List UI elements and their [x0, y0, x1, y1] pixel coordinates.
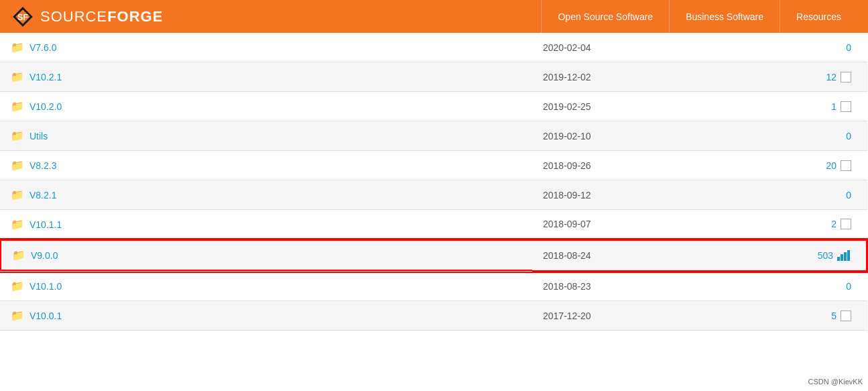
checkbox-placeholder[interactable]	[841, 311, 851, 321]
folder-icon: 📁	[11, 280, 24, 292]
count-value[interactable]: 2	[831, 219, 836, 229]
folder-icon: 📁	[11, 188, 24, 201]
name-cell: 📁V10.1.0	[0, 272, 532, 300]
file-link[interactable]: V8.2.1	[29, 190, 56, 201]
count-cell: 0	[733, 272, 867, 301]
name-cell: 📁V9.0.0	[0, 239, 532, 271]
count-value[interactable]: 5	[831, 311, 836, 321]
count-cell: 20	[733, 151, 867, 180]
count-cell: 503	[733, 239, 867, 272]
count-value: 0	[846, 131, 851, 142]
name-cell: 📁Utils	[0, 121, 532, 150]
count-value: 0	[846, 281, 851, 292]
date-cell: 2018-08-23	[532, 272, 733, 301]
date-cell: 2019-02-25	[532, 92, 733, 121]
folder-icon: 📁	[11, 309, 24, 322]
count-cell: 5	[733, 301, 867, 331]
date-cell: 2018-09-07	[532, 210, 733, 239]
date-cell: 2018-08-24	[532, 239, 733, 272]
file-link[interactable]: V10.1.1	[29, 219, 62, 230]
name-cell: 📁V10.1.1	[0, 210, 532, 239]
file-link[interactable]: V7.6.0	[29, 42, 56, 53]
logo-text: SOURCEFORGE	[40, 8, 163, 25]
file-link[interactable]: V10.1.0	[29, 281, 62, 292]
date-cell: 2018-09-12	[532, 180, 733, 210]
date-cell: 2018-09-26	[532, 151, 733, 180]
svg-rect-3	[837, 257, 840, 261]
count-value[interactable]: 503	[818, 250, 833, 261]
date-cell: 2017-12-20	[532, 301, 733, 331]
count-value: 0	[846, 42, 851, 53]
count-cell: 0	[733, 33, 867, 62]
logo[interactable]: SF SOURCEFORGE	[11, 5, 163, 29]
date-cell: 2020-02-04	[532, 33, 733, 62]
date-cell: 2019-02-10	[532, 121, 733, 151]
table-row: 📁V8.2.32018-09-2620	[0, 151, 867, 180]
svg-rect-4	[841, 254, 843, 261]
folder-icon: 📁	[11, 100, 24, 113]
name-cell: 📁V8.2.1	[0, 180, 532, 209]
svg-rect-5	[844, 252, 847, 261]
count-value[interactable]: 20	[826, 160, 836, 171]
count-value[interactable]: 12	[826, 72, 836, 82]
table-row: 📁V8.2.12018-09-120	[0, 180, 867, 210]
nav-bar: Open Source Software Business Software R…	[541, 0, 857, 33]
count-value[interactable]: 1	[831, 101, 836, 112]
logo-diamond-icon: SF	[11, 5, 35, 29]
count-cell: 12	[733, 62, 867, 92]
folder-icon: 📁	[11, 129, 24, 142]
table-row: 📁V7.6.02020-02-040	[0, 33, 867, 62]
count-cell: 1	[733, 92, 867, 121]
table-row: 📁V10.0.12017-12-205	[0, 301, 867, 331]
file-list-container: 📁V7.6.02020-02-040📁V10.2.12019-12-0212📁V…	[0, 33, 868, 331]
table-row: 📁V10.2.02019-02-251	[0, 92, 867, 121]
folder-icon: 📁	[11, 41, 24, 54]
file-link[interactable]: V9.0.0	[31, 250, 58, 261]
name-cell: 📁V10.0.1	[0, 301, 532, 330]
count-cell: 0	[733, 121, 867, 151]
file-link[interactable]: Utils	[29, 131, 48, 142]
folder-icon: 📁	[11, 70, 24, 83]
name-cell: 📁V8.2.3	[0, 151, 532, 180]
checkbox-placeholder[interactable]	[841, 160, 851, 171]
folder-icon: 📁	[11, 218, 24, 231]
name-cell: 📁V10.2.0	[0, 92, 532, 121]
svg-rect-6	[847, 250, 850, 261]
file-link[interactable]: V8.2.3	[29, 160, 56, 171]
checkbox-placeholder[interactable]	[841, 72, 851, 82]
checkbox-placeholder[interactable]	[841, 219, 851, 229]
chart-icon[interactable]	[837, 250, 851, 261]
svg-text:SF: SF	[17, 12, 28, 21]
header: SF SOURCEFORGE Open Source Software Busi…	[0, 0, 868, 33]
folder-icon: 📁	[12, 249, 25, 262]
file-link[interactable]: V10.0.1	[29, 311, 62, 321]
table-row: 📁V9.0.02018-08-24503	[0, 239, 867, 272]
file-link[interactable]: V10.2.0	[29, 101, 62, 112]
nav-business-software[interactable]: Business Software	[669, 0, 780, 33]
count-cell: 2	[733, 210, 867, 239]
date-cell: 2019-12-02	[532, 62, 733, 92]
file-table: 📁V7.6.02020-02-040📁V10.2.12019-12-0212📁V…	[0, 33, 868, 331]
table-row: 📁Utils2019-02-100	[0, 121, 867, 151]
folder-icon: 📁	[11, 159, 24, 172]
nav-resources[interactable]: Resources	[780, 0, 857, 33]
count-cell: 0	[733, 180, 867, 210]
name-cell: 📁V10.2.1	[0, 62, 532, 91]
count-value: 0	[846, 190, 851, 201]
file-link[interactable]: V10.2.1	[29, 72, 62, 82]
table-row: 📁V10.1.02018-08-230	[0, 272, 867, 301]
name-cell: 📁V7.6.0	[0, 33, 532, 62]
table-row: 📁V10.1.12018-09-072	[0, 210, 867, 239]
nav-open-source[interactable]: Open Source Software	[541, 0, 669, 33]
checkbox-placeholder[interactable]	[841, 101, 851, 112]
table-row: 📁V10.2.12019-12-0212	[0, 62, 867, 92]
